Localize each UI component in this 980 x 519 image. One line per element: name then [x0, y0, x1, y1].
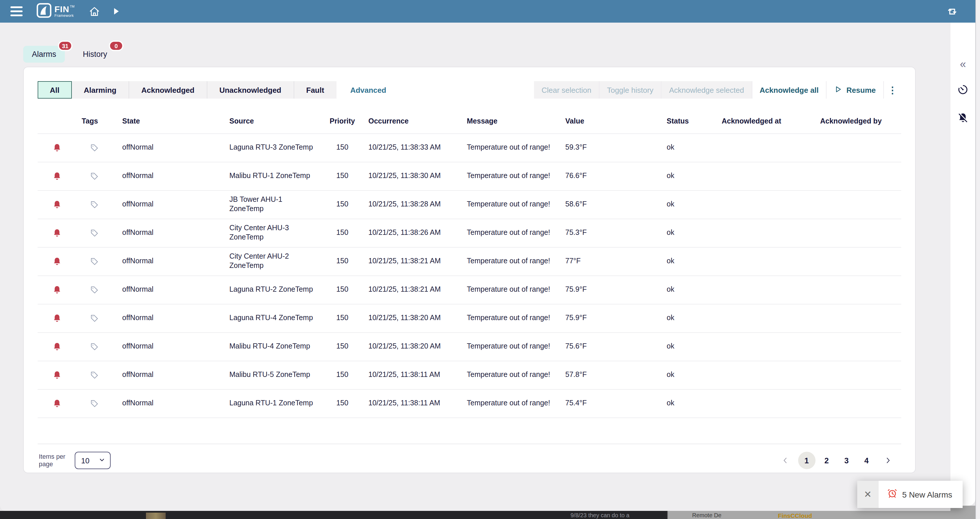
page-number-button[interactable]: 1	[798, 452, 815, 469]
occurrence-cell: 10/21/25, 11:38:21 AM	[363, 283, 461, 297]
history-clock-icon[interactable]	[957, 83, 969, 98]
status-cell: ok	[661, 198, 716, 211]
tag-icon[interactable]	[76, 169, 116, 183]
page-size-select[interactable]: 10	[75, 452, 111, 469]
tab-label: History	[83, 50, 107, 59]
acknowledged-by-cell	[815, 145, 901, 150]
column-header[interactable]: Acknowledged at	[716, 117, 815, 125]
background-brand-fragment: FinsCCloud	[778, 512, 812, 519]
table-spacer	[38, 418, 901, 444]
priority-cell: 150	[322, 314, 363, 323]
right-toolbar: «	[950, 22, 975, 506]
toggle-history-button[interactable]: Toggle history	[600, 81, 662, 99]
alarms-card: All Alarming Acknowledged Unacknowledged…	[23, 67, 916, 473]
acknowledge-selected-button[interactable]: Acknowledge selected	[662, 81, 752, 99]
home-icon[interactable]	[88, 5, 100, 17]
tab-label: Alarms	[32, 50, 56, 59]
column-header[interactable]: Priority	[322, 117, 363, 125]
alarm-row[interactable]: offNormal Malibu RTU-4 ZoneTemp 150 10/2…	[38, 332, 901, 361]
page-number-button[interactable]: 4	[858, 452, 875, 469]
page-number-button[interactable]: 2	[818, 452, 835, 469]
column-header[interactable]: Tags	[76, 117, 116, 125]
acknowledge-all-button[interactable]: Acknowledge all	[752, 81, 827, 99]
alarm-bell-icon	[38, 285, 76, 295]
tag-icon[interactable]	[76, 226, 116, 240]
column-header[interactable]: Occurrence	[363, 117, 461, 125]
state-cell: offNormal	[116, 198, 224, 211]
close-icon[interactable]: ✕	[857, 481, 878, 508]
acknowledged-at-cell	[716, 174, 815, 179]
tag-icon[interactable]	[76, 311, 116, 325]
background-text-fragment: 9/8/23 they can do to a	[571, 512, 630, 518]
occurrence-cell: 10/21/25, 11:38:20 AM	[363, 340, 461, 353]
alarm-row[interactable]: offNormal Laguna RTU-4 ZoneTemp 150 10/2…	[38, 304, 901, 332]
source-cell: Laguna RTU-3 ZoneTemp	[224, 141, 322, 155]
priority-cell: 150	[322, 399, 363, 408]
background-text-fragment: Remote De	[692, 512, 721, 518]
alarm-row[interactable]: offNormal City Center AHU-3 ZoneTemp 150…	[38, 219, 901, 247]
column-header[interactable]: Acknowledged by	[815, 117, 901, 125]
state-cell: offNormal	[116, 397, 224, 410]
tab[interactable]: History 0	[74, 46, 116, 62]
tag-icon[interactable]	[76, 198, 116, 212]
clear-selection-button[interactable]: Clear selection	[534, 81, 600, 99]
tag-icon[interactable]	[76, 368, 116, 382]
column-header[interactable]: Message	[461, 117, 560, 125]
browser-scrollbar[interactable]	[975, 0, 980, 519]
state-cell: offNormal	[116, 340, 224, 353]
menu-icon[interactable]	[10, 6, 22, 16]
collapse-panel-icon[interactable]: «	[960, 59, 966, 70]
alarm-row[interactable]: offNormal Laguna RTU-2 ZoneTemp 150 10/2…	[38, 275, 901, 304]
alarm-mute-bell-icon[interactable]	[957, 112, 969, 126]
alarm-row[interactable]: offNormal JB Tower AHU-1 ZoneTemp 150 10…	[38, 190, 901, 219]
tag-icon[interactable]	[76, 255, 116, 268]
alarms-toolbar: All Alarming Acknowledged Unacknowledged…	[38, 81, 901, 99]
alarm-row[interactable]: offNormal Malibu RTU-1 ZoneTemp 150 10/2…	[38, 162, 901, 190]
occurrence-cell: 10/21/25, 11:38:21 AM	[363, 255, 461, 268]
alarm-row[interactable]: offNormal City Center AHU-2 ZoneTemp 150…	[38, 247, 901, 275]
advanced-filter-link[interactable]: Advanced	[350, 86, 386, 94]
tag-icon[interactable]	[76, 340, 116, 354]
filter-segment-button[interactable]: All	[38, 81, 72, 99]
state-cell: offNormal	[116, 255, 224, 268]
previous-page-icon[interactable]	[778, 456, 792, 465]
toast-body[interactable]: 5 New Alarms	[878, 481, 963, 508]
more-options-kebab-icon[interactable]: ⋮	[884, 81, 901, 99]
alarm-row[interactable]: offNormal Laguna RTU-1 ZoneTemp 150 10/2…	[38, 389, 901, 418]
breadcrumb-caret-icon[interactable]	[114, 8, 118, 14]
acknowledged-by-cell	[815, 401, 901, 406]
value-cell: 75.6°F	[560, 340, 661, 353]
value-cell: 75.9°F	[560, 283, 661, 297]
alarm-bell-icon	[38, 313, 76, 324]
resume-button[interactable]: Resume	[827, 81, 884, 99]
state-cell: offNormal	[116, 283, 224, 297]
status-cell: ok	[661, 141, 716, 155]
filter-segment-button[interactable]: Fault	[294, 81, 336, 99]
page-numbers: 1 2 3 4	[798, 452, 875, 469]
source-cell: City Center AHU-2 ZoneTemp	[224, 250, 322, 273]
state-cell: offNormal	[116, 226, 224, 240]
alarm-row[interactable]: offNormal Malibu RTU-5 ZoneTemp 150 10/2…	[38, 361, 901, 389]
tab[interactable]: Alarms 31	[23, 46, 65, 62]
tag-icon[interactable]	[76, 397, 116, 410]
message-cell: Temperature out of range!	[461, 169, 560, 183]
pagination-bar: Items per page 10 1	[38, 444, 901, 479]
source-cell: JB Tower AHU-1 ZoneTemp	[224, 193, 322, 216]
fin-framework-logo[interactable]: FIN TM Framework	[37, 3, 75, 20]
filter-segment-button[interactable]: Acknowledged	[129, 81, 207, 99]
items-per-page: Items per page 10	[39, 452, 111, 469]
next-page-icon[interactable]	[880, 456, 896, 465]
column-header[interactable]: Status	[661, 117, 716, 125]
filter-segment-button[interactable]: Unacknowledged	[207, 81, 294, 99]
tag-icon[interactable]	[76, 141, 116, 155]
filter-segment-button[interactable]: Alarming	[72, 81, 129, 99]
alarm-row[interactable]: offNormal Laguna RTU-3 ZoneTemp 150 10/2…	[38, 133, 901, 162]
page-number-button[interactable]: 3	[838, 452, 855, 469]
column-header[interactable]: Source	[224, 117, 322, 125]
tag-icon[interactable]	[76, 283, 116, 297]
column-header[interactable]: State	[116, 117, 224, 125]
column-header[interactable]: Value	[560, 117, 661, 125]
repeat-refresh-icon[interactable]	[947, 5, 958, 17]
background-window-right: Remote De FinsCCloud	[667, 511, 980, 519]
tab-count-badge: 0	[109, 41, 123, 51]
